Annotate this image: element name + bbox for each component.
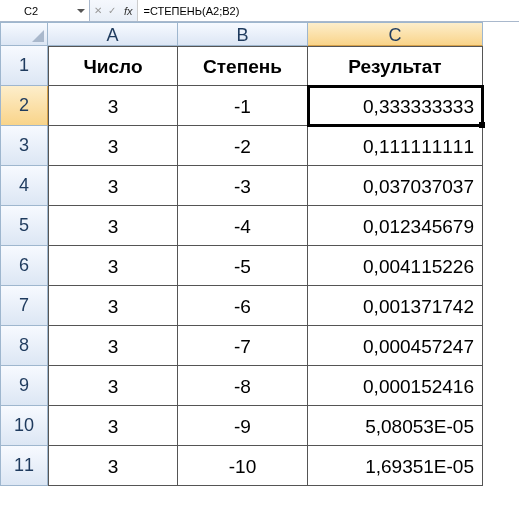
cell-c10[interactable]: 5,08053E-05 bbox=[308, 406, 483, 446]
cell-c1[interactable]: Результат bbox=[308, 46, 483, 86]
cell-b5[interactable]: -4 bbox=[178, 206, 308, 246]
accept-icon[interactable]: ✓ bbox=[108, 5, 116, 16]
cell-b9[interactable]: -8 bbox=[178, 366, 308, 406]
row-header-11[interactable]: 11 bbox=[0, 446, 48, 486]
row-header-4[interactable]: 4 bbox=[0, 166, 48, 206]
formula-input[interactable]: =СТЕПЕНЬ(A2;B2) bbox=[137, 0, 519, 21]
cell-c7[interactable]: 0,001371742 bbox=[308, 286, 483, 326]
column-header-b[interactable]: B bbox=[178, 22, 308, 46]
cell-c6[interactable]: 0,004115226 bbox=[308, 246, 483, 286]
spreadsheet-grid: A B C 1 Число Степень Результат 2 3 -1 0… bbox=[0, 22, 519, 486]
row-header-9[interactable]: 9 bbox=[0, 366, 48, 406]
cell-c3[interactable]: 0,111111111 bbox=[308, 126, 483, 166]
cell-a6[interactable]: 3 bbox=[48, 246, 178, 286]
cell-c5[interactable]: 0,012345679 bbox=[308, 206, 483, 246]
cell-a5[interactable]: 3 bbox=[48, 206, 178, 246]
cell-b8[interactable]: -7 bbox=[178, 326, 308, 366]
cancel-icon[interactable]: ✕ bbox=[94, 5, 102, 16]
cell-b4[interactable]: -3 bbox=[178, 166, 308, 206]
row-header-3[interactable]: 3 bbox=[0, 126, 48, 166]
cell-c11[interactable]: 1,69351E-05 bbox=[308, 446, 483, 486]
cell-a11[interactable]: 3 bbox=[48, 446, 178, 486]
cell-c8[interactable]: 0,000457247 bbox=[308, 326, 483, 366]
cell-a2[interactable]: 3 bbox=[48, 86, 178, 126]
cell-a7[interactable]: 3 bbox=[48, 286, 178, 326]
cell-b3[interactable]: -2 bbox=[178, 126, 308, 166]
row-header-1[interactable]: 1 bbox=[0, 46, 48, 86]
cell-b6[interactable]: -5 bbox=[178, 246, 308, 286]
cell-a9[interactable]: 3 bbox=[48, 366, 178, 406]
fx-button[interactable]: fx bbox=[124, 5, 133, 17]
formula-controls: ✕ ✓ fx bbox=[90, 0, 137, 21]
row-header-5[interactable]: 5 bbox=[0, 206, 48, 246]
formula-bar: C2 ✕ ✓ fx =СТЕПЕНЬ(A2;B2) bbox=[0, 0, 519, 22]
column-header-a[interactable]: A bbox=[48, 22, 178, 46]
cell-b2[interactable]: -1 bbox=[178, 86, 308, 126]
cell-c9[interactable]: 0,000152416 bbox=[308, 366, 483, 406]
cell-a3[interactable]: 3 bbox=[48, 126, 178, 166]
cell-a1[interactable]: Число bbox=[48, 46, 178, 86]
row-header-2[interactable]: 2 bbox=[0, 86, 48, 126]
row-header-6[interactable]: 6 bbox=[0, 246, 48, 286]
name-box[interactable]: C2 bbox=[0, 0, 90, 21]
row-header-10[interactable]: 10 bbox=[0, 406, 48, 446]
cell-b7[interactable]: -6 bbox=[178, 286, 308, 326]
row-header-8[interactable]: 8 bbox=[0, 326, 48, 366]
cell-b10[interactable]: -9 bbox=[178, 406, 308, 446]
select-all-corner[interactable] bbox=[0, 22, 48, 46]
cell-c4[interactable]: 0,037037037 bbox=[308, 166, 483, 206]
column-header-c[interactable]: C bbox=[308, 22, 483, 46]
cell-a8[interactable]: 3 bbox=[48, 326, 178, 366]
cell-b11[interactable]: -10 bbox=[178, 446, 308, 486]
cell-b1[interactable]: Степень bbox=[178, 46, 308, 86]
cell-a4[interactable]: 3 bbox=[48, 166, 178, 206]
cell-c2[interactable]: 0,333333333 bbox=[308, 86, 483, 126]
row-header-7[interactable]: 7 bbox=[0, 286, 48, 326]
cell-a10[interactable]: 3 bbox=[48, 406, 178, 446]
